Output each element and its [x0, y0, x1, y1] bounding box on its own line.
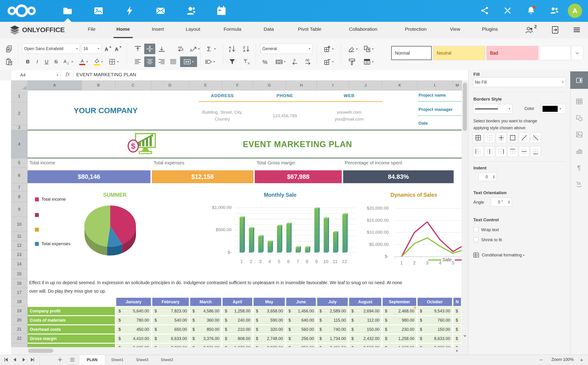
border-button-diag-up[interactable]: [519, 133, 529, 143]
border-button-inside-vertical[interactable]: [484, 146, 495, 157]
vertical-align-bottom-button[interactable]: [157, 44, 167, 54]
delete-cells-button[interactable]: [321, 56, 336, 67]
cell-style-blank[interactable]: [540, 46, 571, 60]
image-settings-icon[interactable]: [575, 131, 583, 138]
avatar[interactable]: A: [568, 4, 582, 18]
sheet-list-button[interactable]: [69, 357, 76, 363]
hamburger-menu-icon[interactable]: [572, 26, 582, 35]
sheet-tab-sheet3[interactable]: Sheet3: [130, 355, 154, 365]
strikethrough-button[interactable]: S: [52, 56, 60, 67]
cell-style-bad[interactable]: Bad: [487, 46, 538, 60]
border-button-top[interactable]: [507, 146, 518, 157]
cell-style-normal[interactable]: Normal: [391, 46, 432, 60]
align-center-button[interactable]: [144, 56, 155, 67]
border-button-all[interactable]: [473, 133, 483, 143]
font-color-button[interactable]: A: [78, 56, 89, 67]
topbar-close-icon[interactable]: [503, 6, 513, 16]
italic-button[interactable]: I: [33, 56, 41, 67]
sheet-tab-sheet2[interactable]: Sheet2: [155, 355, 179, 365]
last-sheet-button[interactable]: [29, 357, 36, 363]
menu-item-view[interactable]: View: [450, 26, 460, 32]
cell-name-box[interactable]: A4: [18, 70, 61, 80]
fill-color-button[interactable]: [92, 56, 104, 67]
decrease-decimal-button[interactable]: .0: [289, 56, 300, 67]
bold-button[interactable]: B: [24, 56, 32, 67]
subscript-button[interactable]: A2: [63, 56, 73, 67]
percent-style-button[interactable]: %: [261, 56, 270, 67]
number-format-select[interactable]: General: [260, 44, 313, 54]
menu-item-data[interactable]: Data: [264, 26, 274, 32]
text-art-settings-icon[interactable]: Ta: [575, 180, 583, 188]
copy-button[interactable]: [4, 44, 14, 54]
vertical-align-top-button[interactable]: [133, 44, 143, 54]
vertical-align-middle-button[interactable]: [144, 44, 155, 54]
next-sheet-button[interactable]: [21, 357, 27, 363]
copy-cell-style-button[interactable]: [361, 44, 376, 54]
topbar-notifications-icon[interactable]: [526, 6, 537, 16]
topbar-contacts-icon[interactable]: [550, 6, 560, 16]
menu-item-plugins[interactable]: Plugins: [482, 26, 498, 32]
indent-spinner[interactable]: 0: [478, 172, 497, 181]
font-size-input[interactable]: 16: [81, 44, 101, 54]
cell-settings-icon[interactable]: [575, 77, 583, 84]
sheet-tab-sheet1[interactable]: Sheet1: [105, 355, 129, 365]
clear-filter-button[interactable]: [241, 56, 252, 67]
cell-styles-gallery-expand[interactable]: [571, 46, 583, 60]
increment-font-size-button[interactable]: A: [103, 44, 113, 54]
app-icon-calendar[interactable]: [216, 6, 227, 16]
border-button-inside-horizontal[interactable]: [519, 146, 529, 157]
add-sheet-button[interactable]: [57, 357, 64, 363]
border-line-style-select[interactable]: [473, 104, 512, 114]
conditional-formatting-button[interactable]: Conditional formatting: [482, 253, 524, 258]
menu-item-layout[interactable]: Layout: [186, 26, 200, 32]
horizontal-scrollbar[interactable]: [11, 347, 468, 355]
border-button-none[interactable]: [484, 133, 495, 143]
sheet-tab-plan[interactable]: PLAN: [79, 355, 105, 365]
decrement-font-size-button[interactable]: A: [113, 44, 123, 54]
filter-button[interactable]: [227, 56, 237, 67]
border-button-right[interactable]: [496, 146, 506, 157]
border-button-bottom[interactable]: [530, 146, 541, 157]
formula-input[interactable]: EVENT MARKETING PLAN: [76, 72, 136, 77]
first-sheet-button[interactable]: [3, 357, 10, 363]
shrink-to-fit-checkbox[interactable]: [473, 237, 478, 242]
fill-select[interactable]: No Fill: [473, 77, 566, 87]
previous-sheet-button[interactable]: [12, 357, 18, 363]
chart-settings-icon[interactable]: [575, 147, 583, 155]
app-icon-contacts[interactable]: [186, 6, 197, 16]
merge-center-button[interactable]: [180, 56, 197, 67]
menu-item-protection[interactable]: Protection: [405, 26, 427, 32]
menu-item-pivot-table[interactable]: Pivot Table: [298, 26, 321, 32]
underline-button[interactable]: U: [43, 56, 50, 67]
currency-style-button[interactable]: [273, 56, 288, 67]
connected-users-icon[interactable]: [525, 26, 535, 35]
wrap-text-button[interactable]: AB: [176, 44, 186, 54]
menu-item-formula[interactable]: Formula: [223, 26, 241, 32]
zoom-out-button[interactable]: −: [537, 356, 545, 364]
angle-spinner[interactable]: 0 °: [491, 198, 512, 206]
align-justify-button[interactable]: [168, 56, 178, 67]
autosum-button[interactable]: Σ: [204, 44, 217, 54]
app-icon-activity[interactable]: [124, 6, 135, 16]
align-left-button[interactable]: [133, 56, 143, 67]
border-button-left[interactable]: [473, 146, 483, 157]
zoom-in-button[interactable]: +: [577, 356, 586, 364]
border-button-diag-down[interactable]: [530, 133, 541, 143]
zoom-level-label[interactable]: Zoom 100%: [548, 357, 577, 362]
named-ranges-button[interactable]: [203, 56, 217, 67]
font-name-input[interactable]: Open Sans Extrabold: [22, 44, 80, 54]
paragraph-settings-icon[interactable]: ¶: [575, 164, 583, 171]
horizontal-scrollbar-thumb[interactable]: [28, 349, 53, 353]
shape-settings-icon[interactable]: [575, 114, 583, 122]
app-icon-files[interactable]: [62, 6, 73, 16]
horizontal-scroll-right-icon[interactable]: [454, 348, 460, 354]
sort-descending-button[interactable]: ZA: [242, 44, 251, 54]
topbar-share-icon[interactable]: [480, 6, 490, 16]
clear-button[interactable]: [346, 44, 360, 54]
border-button-outside[interactable]: [507, 133, 518, 143]
border-button-inside[interactable]: [496, 133, 506, 143]
fx-button[interactable]: fx: [63, 71, 72, 79]
open-file-location-icon[interactable]: [551, 26, 560, 35]
format-painter-button[interactable]: [347, 56, 357, 67]
app-icon-photos[interactable]: [93, 6, 104, 16]
